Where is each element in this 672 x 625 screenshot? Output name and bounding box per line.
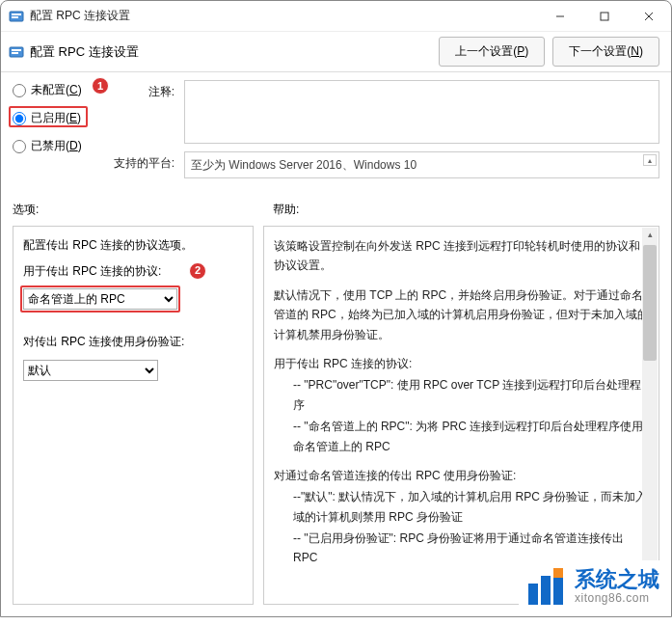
settings-icon <box>9 44 24 60</box>
auth-select[interactable]: 默认 <box>23 360 158 381</box>
annotation-badge-1: 1 <box>92 77 109 95</box>
radio-not-configured-input[interactable] <box>13 84 26 97</box>
svg-rect-8 <box>12 49 21 51</box>
help-p3b: -- "命名管道上的 RPC": 为将 PRC 连接到远程打印后台处理程序使用命… <box>274 417 649 456</box>
comment-textarea[interactable] <box>184 80 659 144</box>
previous-setting-button[interactable]: 上一个设置(P) <box>439 37 545 67</box>
scroll-up-arrow-icon[interactable]: ▴ <box>642 228 658 243</box>
header-row: 配置 RPC 连接设置 上一个设置(P) 下一个设置(N) <box>1 32 671 72</box>
window-controls <box>538 1 671 32</box>
titlebar: 配置 RPC 连接设置 <box>1 1 671 32</box>
minimize-button[interactable] <box>538 1 582 32</box>
section-labels: 选项: 帮助: <box>1 202 671 218</box>
annotation-badge-2: 2 <box>189 262 206 280</box>
upper-right-column: 注释: 支持的平台: 至少为 Windows Server 2016、Windo… <box>105 80 659 178</box>
auth-select-wrap: 默认 <box>23 360 177 381</box>
options-line1: 配置传出 RPC 连接的协议选项。 <box>23 236 243 255</box>
options-line2-row: 用于传出 RPC 连接的协议: 2 <box>23 262 243 281</box>
svg-rect-11 <box>541 576 551 605</box>
protocol-select[interactable]: 命名管道上的 RPC <box>23 288 177 310</box>
lower-split: 配置传出 RPC 连接的协议选项。 用于传出 RPC 连接的协议: 2 命名管道… <box>1 218 671 616</box>
radio-not-configured-label: 未配置(C) <box>31 82 82 98</box>
radio-disabled-label: 已禁用(D) <box>31 138 82 154</box>
window-title: 配置 RPC 连接设置 <box>30 8 538 24</box>
platform-label: 支持的平台: <box>105 151 175 172</box>
scrollbar-thumb[interactable] <box>643 245 657 361</box>
watermark-line2: xitong86.com <box>575 592 659 605</box>
maximize-button[interactable] <box>582 1 627 32</box>
options-label: 选项: <box>13 202 273 218</box>
svg-rect-9 <box>12 52 18 54</box>
svg-rect-1 <box>12 14 21 15</box>
radio-disabled-input[interactable] <box>13 140 26 153</box>
help-label: 帮助: <box>273 202 299 218</box>
svg-rect-2 <box>12 16 18 18</box>
help-p4a: --"默认": 默认情况下，加入域的计算机启用 RPC 身份验证，而未加入域的计… <box>274 487 649 527</box>
watermark: 系统之城 xitong86.com <box>519 560 665 612</box>
help-p3-title: 用于传出 RPC 连接的协议: <box>274 354 649 373</box>
platform-row: 支持的平台: 至少为 Windows Server 2016、Windows 1… <box>105 151 659 178</box>
help-panel: 该策略设置控制在向外发送 RPC 连接到远程打印轮转机时使用的协议和协议设置。 … <box>263 226 659 605</box>
close-button[interactable] <box>627 1 671 32</box>
protocol-select-wrap: 命名管道上的 RPC <box>23 288 177 310</box>
radio-disabled[interactable]: 已禁用(D) <box>13 138 92 154</box>
radio-enabled-label: 已启用(E) <box>31 110 81 126</box>
options-line2: 用于传出 RPC 连接的协议: <box>23 264 161 278</box>
options-line3: 对传出 RPC 连接使用身份验证: <box>23 333 243 351</box>
watermark-line1: 系统之城 <box>575 568 659 591</box>
state-radio-group: 未配置(C) 已启用(E) 已禁用(D) 1 <box>13 80 92 178</box>
help-scrollbar[interactable]: ▴ ▾ <box>642 228 658 603</box>
scroll-up-icon[interactable]: ▴ <box>643 154 657 166</box>
options-panel: 配置传出 RPC 连接的协议选项。 用于传出 RPC 连接的协议: 2 命名管道… <box>13 226 254 605</box>
app-icon <box>9 9 24 24</box>
radio-enabled[interactable]: 已启用(E) <box>13 110 92 126</box>
config-upper: 未配置(C) 已启用(E) 已禁用(D) 1 注释: 支持的平台: 至少为 Wi <box>1 72 671 184</box>
watermark-text: 系统之城 xitong86.com <box>575 568 659 604</box>
radio-enabled-input[interactable] <box>13 112 26 125</box>
radio-not-configured[interactable]: 未配置(C) <box>13 82 92 98</box>
comment-label: 注释: <box>105 80 175 100</box>
dialog-window: 配置 RPC 连接设置 配置 RPC 连接设置 上一个设置(P) <box>0 0 672 617</box>
header-title: 配置 RPC 连接设置 <box>30 43 431 61</box>
platform-value: 至少为 Windows Server 2016、Windows 10 ▴ <box>184 151 659 178</box>
help-p4-title: 对通过命名管道连接的传出 RPC 使用身份验证: <box>274 466 649 485</box>
svg-rect-13 <box>553 568 563 578</box>
svg-rect-4 <box>601 13 608 20</box>
next-setting-button[interactable]: 下一个设置(N) <box>552 37 659 67</box>
watermark-logo-icon <box>524 564 569 609</box>
help-p1: 该策略设置控制在向外发送 RPC 连接到远程打印轮转机时使用的协议和协议设置。 <box>274 236 649 276</box>
svg-rect-10 <box>528 584 538 605</box>
platform-text: 至少为 Windows Server 2016、Windows 10 <box>191 157 417 174</box>
help-p3a: -- "PRC"over"TCP": 使用 RPC over TCP 连接到远程… <box>274 375 649 415</box>
help-p2: 默认情况下，使用 TCP 上的 RPC，并始终启用身份验证。对于通过命名管道的 … <box>274 285 649 344</box>
comment-row: 注释: <box>105 80 659 144</box>
